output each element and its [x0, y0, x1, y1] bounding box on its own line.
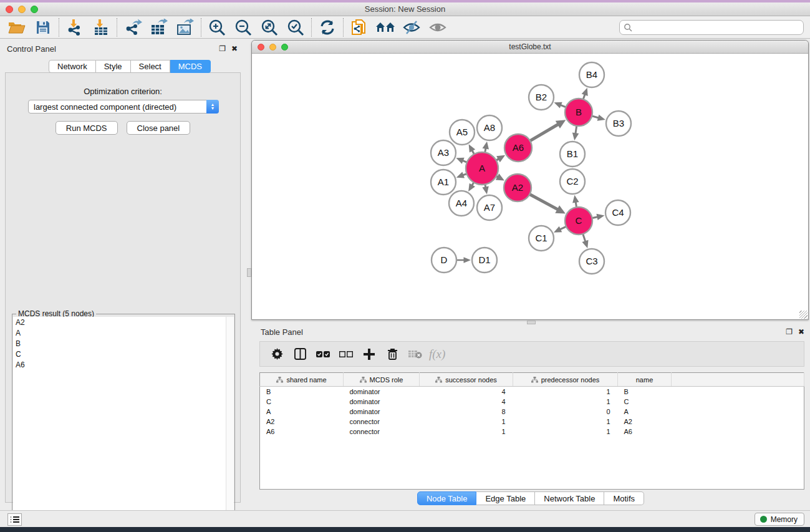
graph-edge-C-C1[interactable] [554, 226, 567, 232]
run-mcds-button[interactable]: Run MCDS [55, 121, 118, 135]
graph-node-C2[interactable]: C2 [560, 169, 585, 194]
vertical-split-handle[interactable] [247, 268, 251, 277]
table-row[interactable]: Cdominator41C [260, 397, 804, 407]
column-header-shared-name[interactable]: shared name [260, 373, 344, 387]
table-row[interactable]: A6connector11A6 [260, 427, 804, 437]
graph-node-A4[interactable]: A4 [449, 191, 474, 216]
zoom-selected-button[interactable] [282, 17, 309, 37]
graph-node-B4[interactable]: B4 [579, 62, 604, 87]
graph-node-C3[interactable]: C3 [579, 249, 604, 274]
svg-text:D: D [441, 254, 448, 265]
graph-node-C[interactable]: C [565, 207, 592, 235]
tab-select[interactable]: Select [131, 60, 170, 73]
graph-node-A1[interactable]: A1 [431, 170, 456, 195]
column-header-successor-nodes[interactable]: successor nodes [420, 373, 513, 387]
deselect-all-columns-button[interactable] [337, 345, 355, 364]
tab-node-table[interactable]: Node Table [417, 491, 477, 505]
hide-selected-button[interactable] [398, 17, 425, 37]
delete-column-button[interactable] [383, 345, 402, 364]
svg-text:A1: A1 [438, 177, 449, 187]
select-all-columns-button[interactable] [314, 345, 332, 364]
import-table-button[interactable] [88, 17, 114, 37]
column-header-predecessor-nodes[interactable]: predecessor nodes [513, 373, 618, 387]
home-button[interactable] [372, 17, 398, 37]
graph-edge-A2-C[interactable] [529, 194, 566, 214]
zoom-fit-button[interactable] [256, 17, 282, 37]
task-history-button[interactable] [7, 513, 22, 526]
tab-style[interactable]: Style [96, 60, 131, 73]
search-field[interactable] [619, 20, 804, 35]
graph-node-A2[interactable]: A2 [504, 174, 531, 201]
show-all-button[interactable] [425, 17, 451, 37]
graph-edge-B-B1[interactable] [572, 125, 579, 140]
list-item[interactable]: A [13, 327, 234, 338]
close-panel-icon[interactable]: ✖ [798, 327, 804, 336]
float-panel-icon[interactable]: ❐ [786, 327, 793, 336]
list-item[interactable]: A2 [13, 317, 234, 327]
network-graph[interactable]: AA6A2BCA5A8A3A1A4A7B2B4B3B1C2C4C1C3DD1 [252, 54, 808, 319]
graph-node-A5[interactable]: A5 [450, 120, 475, 145]
window-resize-grip[interactable] [799, 311, 808, 319]
result-list-scrollbar[interactable] [226, 317, 234, 527]
memory-button[interactable]: Memory [755, 513, 804, 526]
zoom-in-button[interactable] [204, 17, 230, 37]
graph-node-B1[interactable]: B1 [560, 142, 585, 167]
graph-node-A[interactable]: A [466, 152, 498, 185]
table-settings-button[interactable] [268, 345, 286, 364]
zoom-out-button[interactable] [230, 17, 256, 37]
delete-table-button[interactable] [406, 345, 425, 364]
float-panel-icon[interactable]: ❐ [219, 44, 226, 53]
tab-edge-table[interactable]: Edge Table [476, 491, 535, 505]
graph-edge-A6-B[interactable] [529, 120, 566, 142]
table-row[interactable]: A2connector11A2 [260, 417, 804, 427]
import-network-button[interactable] [62, 17, 88, 37]
graph-node-A6[interactable]: A6 [504, 134, 532, 162]
graph-node-C4[interactable]: C4 [605, 200, 630, 225]
graph-edge-C-C3[interactable] [582, 233, 588, 248]
mcds-result-list[interactable]: A2 A B C A6 [13, 317, 234, 527]
graph-node-B3[interactable]: B3 [606, 111, 631, 136]
export-network-button[interactable] [120, 17, 146, 37]
refresh-button[interactable] [314, 17, 340, 37]
svg-text:A5: A5 [456, 127, 468, 137]
graph-node-A3[interactable]: A3 [431, 140, 456, 165]
tab-motifs[interactable]: Motifs [604, 491, 644, 505]
duplicate-network-button[interactable] [346, 17, 372, 37]
graph-edge-B-B3[interactable] [591, 115, 605, 121]
list-item[interactable]: B [13, 338, 234, 349]
column-layout-button[interactable] [291, 345, 309, 364]
table-row[interactable]: Bdominator41B [260, 387, 804, 397]
graph-node-C1[interactable]: C1 [529, 226, 554, 251]
graph-node-B2[interactable]: B2 [529, 85, 554, 110]
graph-node-D1[interactable]: D1 [472, 248, 497, 273]
import-table-icon [92, 19, 110, 36]
svg-text:C: C [576, 215, 582, 226]
tab-network-table[interactable]: Network Table [535, 491, 604, 505]
search-input[interactable] [632, 21, 803, 34]
criterion-dropdown[interactable]: largest connected component (directed) ▲… [28, 100, 219, 114]
column-header-mcds-role[interactable]: MCDS role [344, 373, 420, 387]
graph-node-A8[interactable]: A8 [477, 115, 502, 140]
add-column-button[interactable] [360, 345, 378, 364]
network-window-titlebar[interactable]: testGlobe.txt [252, 41, 808, 54]
tab-network[interactable]: Network [49, 60, 96, 73]
export-table-button[interactable] [146, 17, 172, 37]
graph-node-B[interactable]: B [565, 99, 592, 126]
network-canvas[interactable]: AA6A2BCA5A8A3A1A4A7B2B4B3B1C2C4C1C3DD1 [252, 54, 808, 319]
tab-mcds[interactable]: MCDS [170, 60, 211, 73]
close-panel-icon[interactable]: ✖ [231, 44, 238, 53]
graph-node-D[interactable]: D [432, 248, 456, 273]
list-item[interactable]: C [13, 349, 234, 359]
import-network-icon [66, 19, 84, 36]
list-item[interactable]: A6 [13, 359, 234, 370]
function-builder-button[interactable]: f(x) [429, 347, 445, 361]
open-session-button[interactable] [4, 17, 30, 37]
graph-node-A7[interactable]: A7 [477, 195, 502, 220]
close-panel-button[interactable]: Close panel [127, 121, 191, 135]
export-image-button[interactable] [172, 17, 198, 37]
save-session-button[interactable] [30, 17, 56, 37]
table-row[interactable]: Adominator80A [260, 407, 804, 417]
graph-edge-D-D1[interactable] [455, 257, 471, 263]
svg-text:A7: A7 [484, 202, 495, 213]
column-header-name[interactable]: name [618, 373, 672, 387]
